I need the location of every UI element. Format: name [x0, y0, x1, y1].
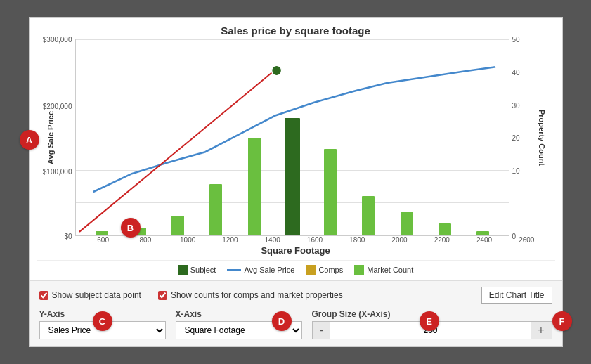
legend-avg-sale: Avg Sale Price: [227, 265, 294, 275]
subject-data-point: [271, 65, 281, 75]
legend-avg-sale-line: [227, 269, 241, 271]
legend-market-box: [354, 265, 364, 275]
badge-a: A: [20, 130, 39, 150]
main-panel: Sales price by square footage Avg Sale P…: [29, 17, 563, 347]
x-label-2000: 2000: [378, 236, 420, 244]
y-tick-100k: $100,000: [43, 167, 72, 175]
y-tick-right-10: 10: [512, 167, 520, 174]
show-counts-checkbox[interactable]: [158, 291, 167, 300]
legend-comps-label: Comps: [318, 266, 343, 274]
y-tick-right-50: 50: [512, 36, 520, 44]
x-label-600: 600: [82, 236, 124, 244]
x-label-2200: 2200: [421, 236, 463, 244]
chart-svg: [76, 39, 509, 235]
legend-subject-box: [178, 265, 188, 275]
badge-d: D: [272, 311, 292, 331]
checkbox1-label[interactable]: Show subject data point: [39, 290, 141, 300]
checkbox1-text: Show subject data point: [52, 290, 141, 300]
edit-chart-title-button[interactable]: Edit Chart Title: [481, 287, 552, 304]
x-axis-title: Square Footage: [37, 245, 555, 256]
badge-c: C: [93, 311, 112, 331]
y-tick-0: $0: [64, 233, 72, 240]
show-subject-checkbox[interactable]: [39, 291, 48, 300]
x-label-1200: 1200: [209, 236, 251, 244]
x-label-1600: 1600: [294, 236, 336, 244]
legend-subject: Subject: [178, 265, 216, 275]
y-tick-right-0: 0: [512, 233, 517, 240]
x-axis-labels: 600 800 1000 1200 1400 1600 1800 2000 22…: [37, 236, 555, 244]
chart-area: Sales price by square footage Avg Sale P…: [30, 18, 562, 280]
group-size-plus-button[interactable]: +: [531, 322, 551, 339]
chart-title: Sales price by square footage: [37, 25, 555, 37]
y-tick-right-20: 20: [512, 134, 520, 142]
y-tick-300k: $300,000: [43, 36, 72, 44]
axes-row: Y-Axis Sales Price X-Axis Square Footage…: [39, 309, 552, 339]
checkboxes-row: Show subject data point Show counts for …: [39, 287, 552, 304]
x-label-2400: 2400: [463, 236, 505, 244]
legend-comps: Comps: [306, 265, 343, 275]
avg-sale-price-line: [93, 67, 495, 192]
y-tick-right-30: 30: [512, 101, 520, 109]
legend-subject-label: Subject: [190, 266, 216, 274]
legend-market-label: Market Count: [367, 266, 413, 274]
y-tick-right-40: 40: [512, 68, 520, 76]
subject-trend-line: [79, 67, 278, 232]
legend-market: Market Count: [354, 265, 413, 275]
badge-e: E: [420, 311, 439, 331]
badge-b: B: [121, 218, 141, 238]
chart-inner: [75, 39, 509, 236]
group-size-minus-button[interactable]: -: [313, 322, 330, 339]
checkbox2-label[interactable]: Show counts for comps and market propert…: [158, 290, 343, 300]
y-tick-200k: $200,000: [43, 103, 72, 110]
x-label-1000: 1000: [167, 236, 209, 244]
checkbox2-text: Show counts for comps and market propert…: [171, 290, 343, 300]
legend-comps-box: [306, 265, 316, 275]
x-label-1400: 1400: [252, 236, 294, 244]
badge-f: F: [552, 311, 572, 331]
legend: Subject Avg Sale Price Comps Market Coun…: [37, 260, 555, 280]
y-axis-right: Property Count 50 40 30 20 10 0: [509, 39, 555, 236]
y-axis-left: Avg Sale Price $300,000 $200,000 $100,00…: [37, 39, 75, 236]
legend-avg-sale-label: Avg Sale Price: [244, 266, 294, 274]
x-label-1800: 1800: [336, 236, 378, 244]
chart-container: Avg Sale Price $300,000 $200,000 $100,00…: [37, 39, 555, 236]
